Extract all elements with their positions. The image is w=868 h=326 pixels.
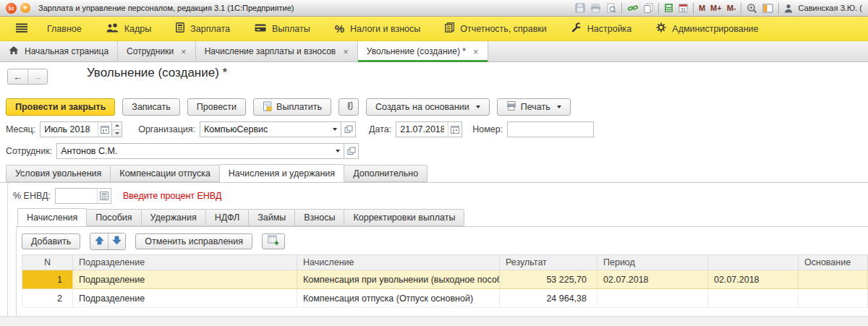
cell-basis[interactable]: [799, 270, 868, 289]
memory-mplus-button[interactable]: M+: [710, 4, 722, 12]
tab-home[interactable]: Начальная страница: [0, 41, 118, 61]
save-icon[interactable]: [575, 3, 585, 13]
envd-field: [55, 188, 111, 204]
calculator-icon: [176, 22, 184, 35]
menu-item-kadry[interactable]: Кадры: [94, 17, 163, 40]
tab-usloviya-uvolneniya[interactable]: Условия увольнения: [6, 165, 111, 182]
employee-open-button[interactable]: [344, 143, 359, 159]
panels-icon[interactable]: [762, 4, 773, 13]
cell-row-number[interactable]: 2: [22, 289, 73, 308]
menu-item-administrirovanie[interactable]: Администрирование: [644, 17, 770, 40]
pay-button[interactable]: Выплатить: [253, 98, 331, 116]
print-button[interactable]: Печать: [497, 98, 571, 116]
table-header-row: N Подразделение Начисление Результат Пер…: [22, 255, 868, 270]
undo-corrections-button[interactable]: Отменить исправления: [135, 233, 252, 249]
menu-item-nastroika[interactable]: Настройка: [559, 17, 644, 40]
close-icon[interactable]: ×: [181, 47, 187, 56]
cell-basis[interactable]: [799, 289, 868, 308]
add-table-button[interactable]: [262, 233, 285, 249]
print-preview-icon[interactable]: [606, 3, 616, 13]
tab-nachisleniya-i-uderzhaniya[interactable]: Начисления и удержания: [219, 164, 344, 182]
menu-item-otchetnost[interactable]: Отчетность, справки: [433, 17, 559, 40]
cell-department[interactable]: Подразделение: [73, 289, 297, 308]
calculator-icon[interactable]: [97, 189, 111, 203]
chevron-down-icon[interactable]: [329, 122, 341, 137]
tab-sotrudniki[interactable]: Сотрудники ×: [118, 41, 196, 61]
copy-icon[interactable]: [644, 3, 653, 13]
move-down-button[interactable]: [108, 233, 125, 249]
forward-button[interactable]: →: [27, 69, 47, 84]
organization-input[interactable]: [200, 122, 329, 137]
post-and-close-button[interactable]: Провести и закрыть: [6, 98, 115, 116]
organization-open-button[interactable]: [341, 121, 356, 137]
number-field: [507, 121, 594, 137]
system-menu-button[interactable]: [20, 3, 30, 13]
create-based-on-button[interactable]: Создать на основании: [366, 98, 490, 116]
cell-period-end[interactable]: 02.07.2018: [708, 270, 799, 289]
main-menu-button[interactable]: [9, 17, 35, 40]
calendar-icon[interactable]: [98, 122, 111, 137]
envd-row: % ЕНВД: Введите процент ЕНВД: [13, 188, 221, 204]
current-user[interactable]: Савинская З.Ю. (: [798, 4, 862, 12]
tab-nachislenie-zarplaty[interactable]: Начисление зарплаты и взносов ×: [196, 41, 358, 61]
back-icon: ←: [13, 72, 22, 82]
attachments-button[interactable]: [339, 98, 359, 116]
close-icon[interactable]: ×: [473, 47, 479, 56]
menu-item-vyplaty[interactable]: Выплаты: [242, 17, 323, 40]
cell-row-number[interactable]: 1: [22, 270, 73, 289]
tab-uvolnenie[interactable]: Увольнение (создание) * ×: [358, 41, 488, 61]
cell-department[interactable]: Подразделение: [73, 270, 297, 289]
cell-accrual[interactable]: Компенсация при увольнении (выходное пос…: [297, 270, 500, 289]
tab-kompensacii-otpuska[interactable]: Компенсации отпуска: [110, 165, 219, 182]
calculator-icon[interactable]: [664, 3, 673, 13]
table-row[interactable]: 1 Подразделение Компенсация при увольнен…: [22, 270, 868, 289]
cell-result[interactable]: 53 225,70: [500, 270, 597, 289]
add-row-button[interactable]: Добавить: [22, 233, 80, 249]
calendar-icon[interactable]: [448, 122, 461, 137]
calendar-icon[interactable]: 31: [678, 3, 688, 13]
employee-input[interactable]: [57, 144, 332, 158]
hamburger-icon: [16, 23, 27, 35]
cell-period[interactable]: 02.07.2018: [597, 270, 708, 289]
pay-document-icon: [263, 101, 272, 113]
close-icon[interactable]: ×: [343, 47, 349, 56]
tab-dopolnitelno[interactable]: Дополнительно: [344, 165, 427, 182]
get-link-icon[interactable]: [627, 3, 639, 13]
move-up-button[interactable]: [90, 233, 108, 249]
envd-input[interactable]: [56, 189, 97, 203]
page-title: Увольнение (создание) *: [87, 66, 227, 80]
tab-uderzhaniya[interactable]: Удержания: [141, 209, 206, 226]
tab-nachisleniya[interactable]: Начисления: [17, 208, 87, 226]
number-input[interactable]: [508, 122, 593, 137]
col-header-accrual: Начисление: [297, 255, 500, 270]
menu-item-glavnoe[interactable]: Главное: [35, 17, 94, 40]
memory-mminus-button[interactable]: M-: [727, 4, 736, 12]
cell-result[interactable]: 24 964,38: [500, 289, 597, 308]
tab-vznosy[interactable]: Взносы: [294, 209, 344, 226]
chevron-down-icon[interactable]: [332, 144, 344, 158]
back-button[interactable]: ←: [8, 69, 27, 84]
cell-accrual[interactable]: Компенсация отпуска (Отпуск основной): [297, 289, 500, 308]
month-input[interactable]: [41, 122, 98, 137]
write-button[interactable]: Записать: [122, 98, 179, 116]
memory-m-button[interactable]: M: [699, 4, 705, 12]
tab-ndfl[interactable]: НДФЛ: [205, 209, 250, 226]
cell-period[interactable]: [597, 289, 708, 308]
organization-field: [200, 121, 341, 137]
tab-zaimy[interactable]: Займы: [248, 209, 295, 226]
post-button[interactable]: Провести: [187, 98, 246, 116]
section-left-border: [7, 183, 8, 316]
cell-period-end[interactable]: [708, 289, 799, 308]
print-icon[interactable]: [590, 3, 601, 13]
tab-korrektirovki-vyplaty[interactable]: Корректировки выплаты: [344, 209, 464, 226]
month-stepper[interactable]: [112, 121, 122, 137]
menu-item-nalogi[interactable]: % Налоги и взносы: [323, 17, 433, 40]
date-input[interactable]: [396, 122, 448, 137]
arrow-up-icon: [95, 236, 104, 247]
zoom-in-icon[interactable]: [746, 3, 757, 14]
menu-item-zarplata[interactable]: Зарплата: [163, 17, 242, 40]
tab-posobiya[interactable]: Пособия: [86, 209, 141, 226]
history-nav: ← →: [7, 69, 48, 85]
table-row[interactable]: 2 Подразделение Компенсация отпуска (Отп…: [22, 289, 868, 308]
col-header-department: Подразделение: [73, 255, 297, 270]
